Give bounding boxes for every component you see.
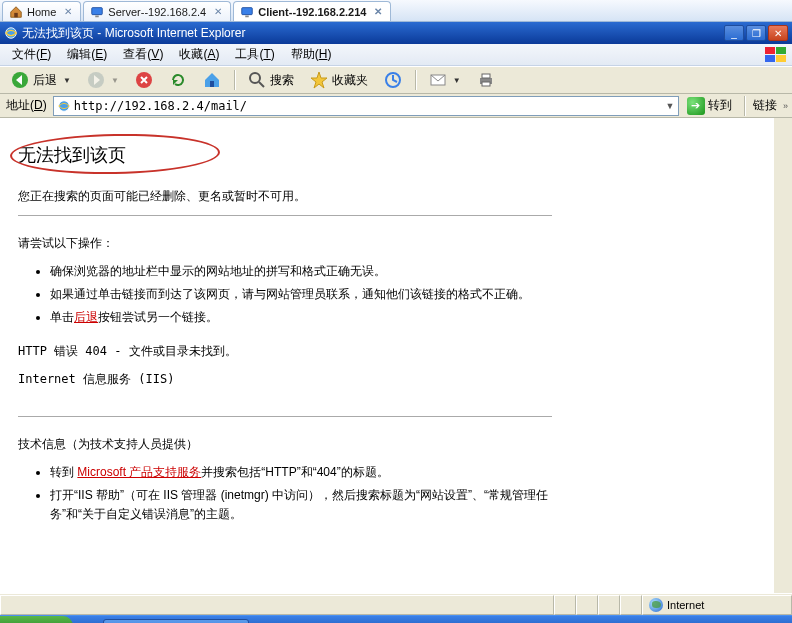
back-link[interactable]: 后退 bbox=[74, 310, 98, 324]
status-cell bbox=[554, 595, 576, 615]
close-icon[interactable]: ✕ bbox=[374, 6, 382, 17]
home-icon bbox=[9, 5, 23, 19]
refresh-button[interactable] bbox=[162, 68, 194, 92]
svg-point-20 bbox=[58, 100, 69, 111]
search-button[interactable]: 搜索 bbox=[241, 68, 301, 92]
svg-rect-4 bbox=[245, 15, 249, 17]
back-button[interactable]: 后退 ▼ bbox=[4, 68, 78, 92]
try-heading: 请尝试以下操作： bbox=[18, 234, 552, 252]
xp-tab-label: Client--192.168.2.214 bbox=[258, 6, 366, 18]
address-bar: 地址(D) ▼ ➔ 转到 链接 » bbox=[0, 94, 792, 118]
svg-rect-1 bbox=[92, 7, 103, 14]
ms-support-link[interactable]: Microsoft 产品支持服务 bbox=[77, 465, 201, 479]
toolbar-separator bbox=[234, 70, 235, 90]
menu-help[interactable]: 帮助(H) bbox=[283, 44, 340, 65]
favorites-label: 收藏夹 bbox=[332, 72, 368, 89]
xp-tab-client[interactable]: Client--192.168.2.214 ✕ bbox=[233, 1, 391, 21]
xp-window-tabs: Home ✕ Server--192.168.2.4 ✕ Client--192… bbox=[0, 0, 792, 22]
mail-icon bbox=[429, 71, 447, 89]
menu-view[interactable]: 查看(V) bbox=[115, 44, 171, 65]
list-item: 单击后退按钮尝试另一个链接。 bbox=[50, 308, 552, 327]
vertical-scrollbar[interactable]: ▲ ▼ bbox=[774, 118, 792, 593]
star-icon bbox=[310, 71, 328, 89]
refresh-icon bbox=[169, 71, 187, 89]
address-input[interactable] bbox=[74, 97, 662, 115]
go-arrow-icon: ➔ bbox=[687, 97, 705, 115]
xp-tab-server[interactable]: Server--192.168.2.4 ✕ bbox=[83, 1, 231, 21]
mail-button[interactable]: ▼ bbox=[422, 68, 468, 92]
svg-rect-9 bbox=[776, 55, 786, 62]
error-service: Internet 信息服务 (IIS) bbox=[18, 370, 552, 388]
print-button[interactable] bbox=[470, 68, 502, 92]
search-icon bbox=[248, 71, 266, 89]
forward-button[interactable]: ▼ bbox=[80, 68, 126, 92]
status-cell bbox=[620, 595, 642, 615]
toolbar-separator bbox=[415, 70, 416, 90]
close-icon[interactable]: ✕ bbox=[214, 6, 222, 17]
error-code: HTTP 错误 404 - 文件或目录未找到。 bbox=[18, 342, 552, 360]
toolbar-separator bbox=[744, 96, 745, 116]
history-icon bbox=[384, 71, 402, 89]
svg-rect-13 bbox=[210, 81, 214, 87]
links-chevron-icon[interactable]: » bbox=[783, 101, 788, 111]
list-item: 转到 Microsoft 产品支持服务并搜索包括“HTTP”和“404”的标题。 bbox=[50, 463, 552, 482]
scroll-up-icon[interactable]: ▲ bbox=[775, 118, 792, 136]
divider bbox=[18, 416, 552, 417]
error-heading: 无法找到该页 bbox=[18, 142, 552, 169]
xp-tab-home[interactable]: Home ✕ bbox=[2, 1, 81, 21]
status-bar: Internet bbox=[0, 593, 792, 615]
close-icon[interactable]: ✕ bbox=[64, 6, 72, 17]
svg-rect-6 bbox=[765, 47, 775, 54]
address-field-wrap[interactable]: ▼ bbox=[53, 96, 679, 116]
scroll-thumb[interactable] bbox=[775, 136, 792, 575]
ie-page-icon bbox=[56, 98, 72, 114]
start-button[interactable]: 开始 bbox=[0, 616, 73, 624]
forward-icon bbox=[87, 71, 105, 89]
go-button[interactable]: ➔ 转到 bbox=[683, 97, 736, 115]
scroll-down-icon[interactable]: ▼ bbox=[775, 575, 792, 593]
menu-tools[interactable]: 工具(T) bbox=[227, 44, 282, 65]
close-button[interactable]: ✕ bbox=[768, 25, 788, 41]
taskbar: 开始 无法找到该页 - Micr... 亿速云 bbox=[0, 615, 792, 623]
address-label: 地址(D) bbox=[4, 97, 49, 114]
suggestion-list: 确保浏览器的地址栏中显示的网站地址的拼写和格式正确无误。 如果通过单击链接而到达… bbox=[50, 262, 552, 328]
list-item: 如果通过单击链接而到达了该网页，请与网站管理员联系，通知他们该链接的格式不正确。 bbox=[50, 285, 552, 304]
svg-rect-2 bbox=[96, 15, 100, 17]
status-text bbox=[0, 595, 554, 615]
error-subtitle: 您正在搜索的页面可能已经删除、更名或暂时不可用。 bbox=[18, 187, 552, 205]
taskbar-task[interactable]: 无法找到该页 - Micr... bbox=[103, 619, 249, 624]
chevron-down-icon[interactable]: ▼ bbox=[111, 76, 119, 85]
menu-edit[interactable]: 编辑(E) bbox=[59, 44, 115, 65]
status-cell bbox=[576, 595, 598, 615]
server-monitor-icon bbox=[90, 5, 104, 19]
svg-rect-18 bbox=[482, 74, 490, 78]
menu-favorites[interactable]: 收藏(A) bbox=[171, 44, 227, 65]
globe-icon bbox=[649, 598, 663, 612]
maximize-button[interactable]: ❐ bbox=[746, 25, 766, 41]
window-title: 无法找到该页 - Microsoft Internet Explorer bbox=[22, 25, 245, 42]
chevron-down-icon[interactable]: ▼ bbox=[453, 76, 461, 85]
divider bbox=[18, 215, 552, 216]
svg-rect-19 bbox=[482, 82, 490, 86]
history-button[interactable] bbox=[377, 68, 409, 92]
back-icon bbox=[11, 71, 29, 89]
favorites-button[interactable]: 收藏夹 bbox=[303, 68, 375, 92]
svg-rect-3 bbox=[242, 7, 253, 14]
status-cell bbox=[598, 595, 620, 615]
minimize-button[interactable]: _ bbox=[724, 25, 744, 41]
home-icon bbox=[203, 71, 221, 89]
list-item: 确保浏览器的地址栏中显示的网站地址的拼写和格式正确无误。 bbox=[50, 262, 552, 281]
home-button[interactable] bbox=[196, 68, 228, 92]
stop-button[interactable] bbox=[128, 68, 160, 92]
svg-rect-0 bbox=[14, 12, 18, 16]
list-item: 打开“IIS 帮助”（可在 IIS 管理器 (inetmgr) 中访问），然后搜… bbox=[50, 486, 552, 524]
address-dropdown[interactable]: ▼ bbox=[662, 101, 678, 111]
zone-label: Internet bbox=[667, 599, 704, 611]
ie-title-bar: 无法找到该页 - Microsoft Internet Explorer _ ❐… bbox=[0, 22, 792, 44]
menu-file[interactable]: 文件(F) bbox=[4, 44, 59, 65]
print-icon bbox=[477, 71, 495, 89]
stop-icon bbox=[135, 71, 153, 89]
security-zone: Internet bbox=[642, 595, 792, 615]
links-label[interactable]: 链接 bbox=[753, 97, 777, 114]
chevron-down-icon[interactable]: ▼ bbox=[63, 76, 71, 85]
